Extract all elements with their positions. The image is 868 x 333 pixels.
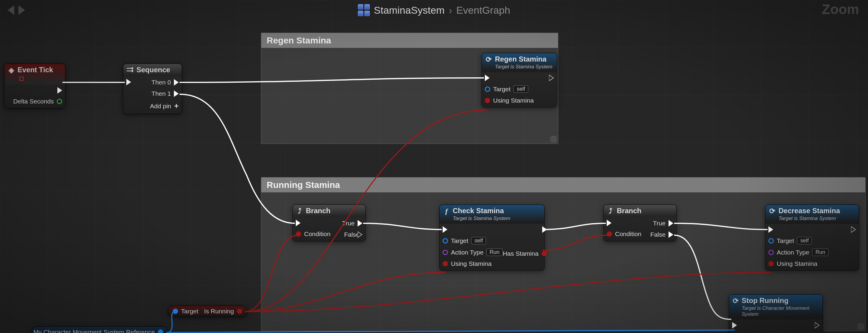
exec-in-pin[interactable] bbox=[443, 226, 447, 233]
node-branch-1[interactable]: ⤴ Branch Condition True False bbox=[292, 205, 366, 241]
node-title: Branch bbox=[306, 207, 331, 215]
node-check-stamina[interactable]: f Check Stamina Target is Stamina System… bbox=[439, 205, 545, 271]
input-pin-using-stamina[interactable]: Using Stamina bbox=[768, 260, 817, 267]
node-event-tick[interactable]: ◈ Event Tick Delta Seconds bbox=[4, 64, 65, 108]
node-title: Check Stamina bbox=[453, 207, 504, 215]
input-pin-target[interactable]: Targetself bbox=[443, 237, 486, 244]
node-title: Decrease Stamina bbox=[778, 207, 840, 215]
output-pin-false[interactable]: False bbox=[650, 231, 673, 238]
input-pin-condition[interactable]: Condition bbox=[607, 231, 642, 238]
output-pin-movement-ref[interactable]: My Character Movement System Reference bbox=[34, 329, 163, 333]
output-pin-true[interactable]: True bbox=[342, 220, 362, 227]
node-subtitle: Target is Stamina System bbox=[778, 216, 840, 221]
exec-out-pin[interactable] bbox=[542, 226, 547, 233]
comment-title[interactable]: Running Stamina bbox=[261, 178, 865, 192]
breadcrumb-asset[interactable]: StaminaSystem bbox=[374, 4, 445, 16]
branch-icon: ⤴ bbox=[297, 208, 303, 214]
input-pin-target[interactable]: Targetself bbox=[768, 237, 812, 244]
output-pin-true[interactable]: True bbox=[653, 220, 673, 227]
replication-icon bbox=[19, 77, 24, 81]
blueprint-icon bbox=[358, 4, 370, 16]
input-pin-action-type[interactable]: Action TypeRun bbox=[443, 248, 503, 256]
node-branch-2[interactable]: ⤴ Branch Condition True False bbox=[603, 205, 677, 241]
sequence-icon: ⮆ bbox=[127, 67, 133, 73]
zoom-label: Zoom bbox=[822, 1, 859, 17]
input-pin-action-type[interactable]: Action TypeRun bbox=[768, 248, 829, 256]
exec-in-pin[interactable] bbox=[296, 220, 301, 226]
comment-title[interactable]: Regen Stamina bbox=[261, 33, 558, 48]
input-pin-target[interactable]: Target bbox=[173, 308, 198, 315]
branch-icon: ⤴ bbox=[607, 208, 614, 214]
latent-icon: ⟳ bbox=[769, 208, 776, 214]
input-pin-using-stamina[interactable]: Using Stamina bbox=[485, 97, 534, 104]
node-title: Branch bbox=[617, 207, 642, 215]
node-subtitle: Target is Stamina System bbox=[495, 64, 552, 70]
chevron-right-icon: › bbox=[449, 4, 452, 16]
exec-in-pin[interactable] bbox=[485, 74, 490, 81]
breadcrumb-graph[interactable]: EventGraph bbox=[456, 4, 510, 16]
breadcrumb: StaminaSystem › EventGraph bbox=[0, 4, 868, 16]
exec-in-pin[interactable] bbox=[732, 322, 737, 329]
node-title: Stop Running bbox=[742, 296, 788, 304]
node-movement-ref-getter[interactable]: My Character Movement System Reference bbox=[32, 327, 168, 333]
exec-out-pin[interactable] bbox=[57, 87, 62, 94]
node-sequence[interactable]: ⮆ Sequence Then 0 Then 1 Add pin+ bbox=[123, 64, 182, 114]
output-pin-false[interactable]: False bbox=[344, 231, 362, 238]
node-decrease-stamina[interactable]: ⟳ Decrease Stamina Target is Stamina Sys… bbox=[765, 205, 859, 271]
exec-in-pin[interactable] bbox=[607, 220, 612, 226]
resize-grip-icon[interactable] bbox=[550, 136, 557, 143]
resize-grip-icon[interactable] bbox=[858, 323, 864, 330]
input-pin-using-stamina[interactable]: Using Stamina bbox=[443, 260, 492, 267]
node-title: Sequence bbox=[136, 66, 170, 74]
input-pin-condition[interactable]: Condition bbox=[296, 231, 331, 238]
node-stop-running[interactable]: ⟳ Stop Running Target is Character Movem… bbox=[729, 294, 823, 333]
node-is-running-getter[interactable]: Target Is Running bbox=[168, 306, 247, 317]
add-pin-button[interactable]: Add pin+ bbox=[150, 101, 179, 111]
node-title: Event Tick bbox=[18, 66, 53, 74]
function-icon: f bbox=[443, 208, 450, 214]
node-title: Regen Stamina bbox=[495, 55, 546, 63]
latent-icon: ⟳ bbox=[486, 56, 492, 63]
node-subtitle: Target is Stamina System bbox=[453, 216, 510, 221]
node-regen-stamina[interactable]: ⟳ Regen Stamina Target is Stamina System… bbox=[482, 53, 557, 107]
event-icon: ◈ bbox=[8, 67, 14, 73]
exec-in-pin[interactable] bbox=[126, 79, 131, 85]
output-pin-delta-seconds[interactable]: Delta Seconds bbox=[13, 98, 62, 105]
output-pin-then0[interactable]: Then 0 bbox=[152, 79, 179, 86]
output-pin-is-running[interactable]: Is Running bbox=[204, 308, 242, 315]
input-pin-target[interactable]: Targetself bbox=[485, 85, 528, 93]
node-subtitle: Target is Character Movement System bbox=[742, 305, 818, 317]
plus-icon: + bbox=[174, 101, 179, 111]
exec-in-pin[interactable] bbox=[768, 226, 773, 233]
output-pin-has-stamina[interactable]: Has Stamina bbox=[503, 250, 547, 257]
output-pin-then1[interactable]: Then 1 bbox=[152, 90, 179, 97]
latent-icon: ⟳ bbox=[733, 298, 739, 304]
